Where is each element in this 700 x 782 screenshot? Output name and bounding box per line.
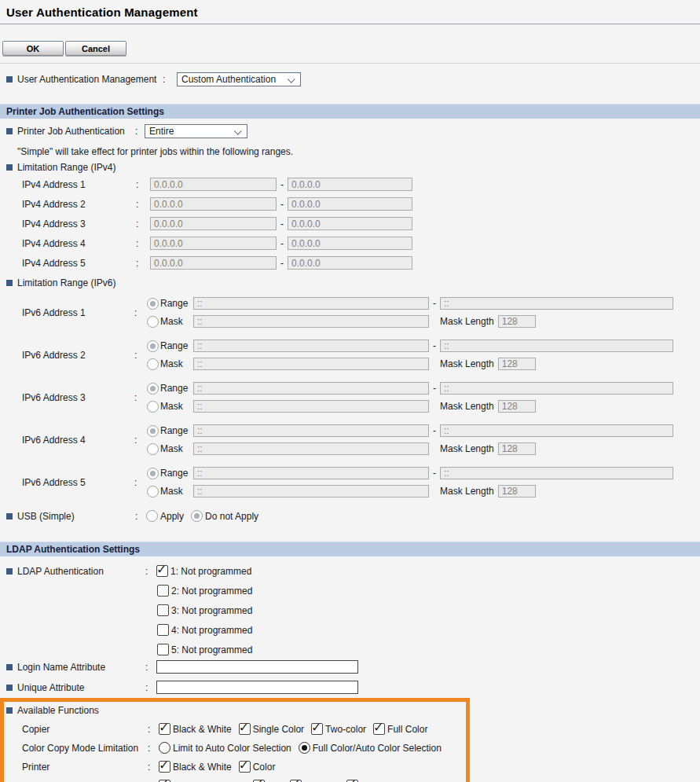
printer-color-label: Color [253, 762, 276, 773]
printer-color-checkbox[interactable] [239, 761, 251, 773]
ldap-auth-1-checkbox[interactable] [156, 565, 168, 577]
printer-functions-label: Printer [22, 762, 148, 773]
copier-black-white-label: Black & White [173, 724, 232, 735]
printer-job-auth-select[interactable]: Entire [145, 124, 247, 138]
section-header-ldap-auth: LDAP Authentication Settings [0, 542, 700, 556]
ipv4-address-5-label: IPv4 Address 5 [22, 258, 136, 269]
ipv4-address-3-from-input [150, 217, 277, 230]
ipv6-address-1-mask-length-input [498, 315, 536, 328]
available-functions-row: Available Functions [4, 705, 466, 716]
printer-black-white-label: Black & White [173, 762, 232, 773]
user-auth-management-label: User Authentication Management [17, 74, 163, 85]
printer-black-white-checkbox[interactable] [159, 761, 170, 773]
range-radio-label: Range [160, 298, 193, 309]
ipv6-limitation-range-row: Limitation Range (IPv6) [0, 277, 700, 288]
unique-attribute-label: Unique Attribute [17, 682, 145, 693]
full-color-auto-color-selection-radio[interactable] [299, 742, 310, 754]
ipv4-address-5-from-input [150, 256, 277, 270]
bullet-icon [6, 707, 13, 714]
mask-radio-label: Mask [160, 486, 193, 497]
ipv4-address-5-row: IPv4 Address 5 [0, 256, 700, 270]
section-header-printer-job-auth: Printer Job Authentication Settings [0, 104, 700, 119]
ldap-auth-2-label: 2: Not programmed [171, 586, 252, 597]
ldap-auth-4-checkbox[interactable] [157, 624, 169, 636]
ldap-auth-5-checkbox[interactable] [157, 644, 169, 655]
ipv6-address-5-range-to-input [440, 467, 673, 479]
copier-full-color-checkbox[interactable] [373, 723, 385, 735]
range-radio-label: Range [160, 425, 193, 436]
cancel-button[interactable]: Cancel [65, 41, 126, 56]
unique-attribute-row: Unique Attribute [0, 681, 700, 694]
ipv4-address-4-row: IPv4 Address 4 [0, 237, 700, 250]
toolbar: OK Cancel [2, 41, 700, 56]
bullet-icon [6, 164, 13, 171]
login-name-attribute-input[interactable] [156, 660, 358, 674]
ipv6-address-1-range-from-input [193, 297, 429, 310]
ipv4-address-1-to-input [288, 178, 412, 191]
ipv6-address-2-mask-radio [147, 358, 159, 370]
page-title: User Authentication Management [6, 6, 700, 19]
mask-length-label: Mask Length [440, 316, 494, 327]
chevron-down-icon [234, 127, 242, 134]
bullet-icon [6, 128, 13, 134]
ipv6-address-2-range-radio [147, 340, 159, 352]
title-divider [0, 24, 700, 24]
simple-note-text: "Simple" will take effect for printer jo… [17, 146, 700, 157]
ipv6-address-1-range-radio [147, 298, 159, 310]
copier-black-white-checkbox[interactable] [159, 723, 170, 735]
user-auth-management-select[interactable]: Custom Authentication [177, 72, 301, 86]
range-radio-label: Range [160, 383, 193, 394]
ipv6-address-2-range-to-input [440, 340, 673, 352]
full-color-auto-color-selection-label: Full Color/Auto Color Selection [313, 743, 442, 754]
copier-full-color-label: Full Color [387, 724, 427, 735]
ipv6-address-4-mask-input [193, 442, 429, 455]
ldap-auth-1-label: 1: Not programmed [170, 566, 251, 577]
printer-job-auth-row: Printer Job Authentication Entire [0, 124, 700, 138]
mask-radio-label: Mask [160, 358, 193, 369]
ipv6-address-3-range-radio [147, 383, 159, 395]
usb-do-not-apply-label: Do not Apply [205, 511, 258, 522]
ipv4-address-1-row: IPv4 Address 1 [0, 178, 700, 191]
ipv4-address-4-to-input [288, 237, 412, 250]
usb-simple-label: USB (Simple) [17, 511, 135, 522]
usb-apply-label: Apply [160, 511, 184, 522]
ldap-auth-row: 5: Not programmed [157, 644, 700, 655]
mask-radio-label: Mask [160, 443, 193, 454]
ipv4-limitation-range-row: Limitation Range (IPv4) [0, 162, 700, 173]
ldap-auth-3-checkbox[interactable] [157, 604, 169, 616]
bullet-icon [6, 685, 13, 691]
ipv6-address-2-range-from-input [193, 340, 429, 352]
ipv6-address-1-mask-input [193, 315, 429, 328]
ipv6-address-2-group: IPv6 Address 2 Range Mask Mask Length [0, 340, 700, 370]
ipv6-address-4-range-from-input [193, 424, 429, 437]
ipv4-address-2-to-input [288, 197, 412, 211]
copier-single-color-checkbox[interactable] [239, 723, 251, 735]
ipv6-address-3-label: IPv6 Address 3 [22, 392, 134, 403]
ldap-auth-row: 2: Not programmed [157, 585, 700, 597]
copier-row: Copier Black & White Single Color Two-co… [4, 723, 466, 735]
ok-button[interactable]: OK [2, 41, 64, 56]
ipv4-address-4-from-input [150, 237, 277, 250]
ipv4-address-2-from-input [150, 197, 277, 211]
ipv4-limitation-range-label: Limitation Range (IPv4) [17, 162, 115, 173]
color-copy-mode-limitation-row: Color Copy Mode Limitation Limit to Auto… [4, 742, 466, 754]
user-auth-management-value: Custom Authentication [181, 74, 276, 85]
usb-simple-row: USB (Simple) Apply Do not Apply [0, 510, 700, 522]
ldap-auth-2-checkbox[interactable] [157, 585, 169, 597]
ipv6-address-5-mask-input [193, 485, 429, 497]
ipv6-address-4-mask-radio [147, 443, 159, 455]
ipv6-address-2-mask-length-input [498, 358, 536, 370]
copier-two-color-checkbox[interactable] [311, 723, 323, 735]
login-name-attribute-row: Login Name Attribute [0, 660, 700, 674]
unique-attribute-input[interactable] [156, 681, 358, 694]
mask-length-label: Mask Length [440, 486, 494, 497]
ldap-auth-label: LDAP Authentication [17, 566, 145, 577]
ipv6-address-5-label: IPv6 Address 5 [22, 477, 134, 488]
limit-to-auto-color-selection-radio[interactable] [159, 742, 170, 754]
ldap-auth-row: 3: Not programmed [157, 604, 700, 616]
ipv6-address-3-mask-length-input [498, 400, 536, 413]
ipv6-address-4-mask-length-input [498, 442, 536, 455]
ipv4-address-3-label: IPv4 Address 3 [22, 218, 136, 229]
ipv6-address-3-mask-radio [147, 401, 159, 413]
ipv6-address-4-range-to-input [440, 424, 673, 437]
